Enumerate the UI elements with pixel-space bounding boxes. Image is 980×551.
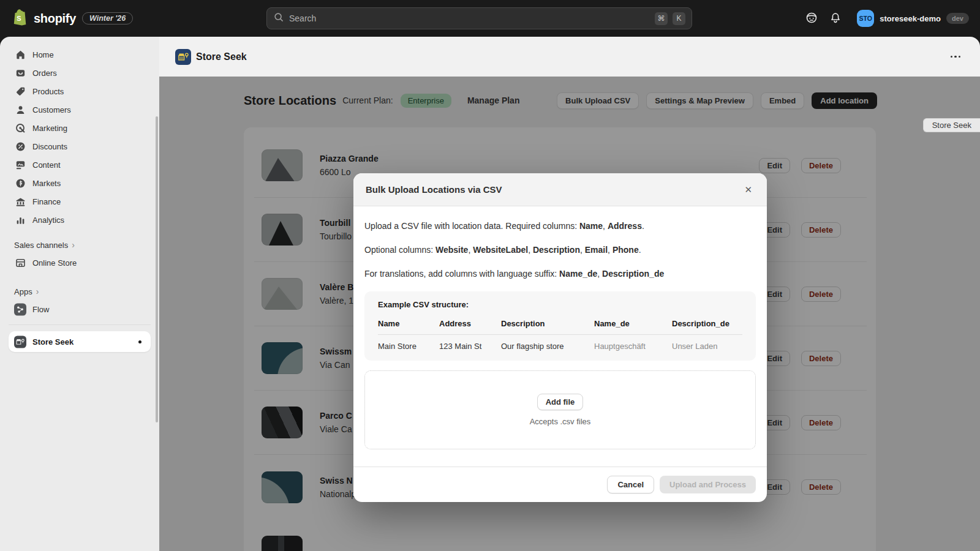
sidebar-section-sales-channels[interactable]: Sales channels › [9, 236, 151, 253]
required-columns-text: Upload a CSV file with location data. Re… [364, 220, 756, 232]
unread-dot [138, 340, 141, 343]
store-name: storeseek-demo [880, 14, 941, 23]
k-key-badge: K [673, 12, 685, 25]
chevron-right-icon: › [72, 240, 75, 250]
content-icon [14, 159, 26, 171]
sidebar-item-label: Orders [32, 69, 57, 78]
chevron-right-icon: › [36, 287, 39, 296]
sidebar-item-discounts[interactable]: Discounts [9, 137, 151, 156]
upload-process-button[interactable]: Upload and Process [660, 476, 756, 493]
sidebar-item-label: Customers [32, 105, 71, 114]
sidebar-item-label: Marketing [32, 124, 67, 133]
example-csv-box: Example CSV structure: NameAddressDescri… [364, 291, 756, 361]
sidebar-item-online-store[interactable]: Online Store [9, 253, 151, 272]
sidebar-item-customers[interactable]: Customers [9, 100, 151, 119]
csv-column-header: Name [378, 312, 439, 335]
account-menu[interactable]: STO storeseek-demo dev [857, 10, 969, 27]
app-title: Store Seek [196, 51, 247, 62]
modal-title: Bulk Upload Locations via CSV [366, 184, 502, 195]
csv-cell: Unser Laden [672, 335, 742, 351]
sidebar-item-markets[interactable]: Markets [9, 174, 151, 192]
modal-body: Upload a CSV file with location data. Re… [353, 206, 767, 449]
products-icon [14, 85, 26, 97]
shopify-bag-icon: S [12, 9, 28, 28]
sidebar-item-finance[interactable]: Finance [9, 192, 151, 211]
modal-footer: Cancel Upload and Process [353, 467, 767, 502]
orders-icon [14, 67, 26, 79]
cancel-button[interactable]: Cancel [607, 476, 654, 493]
search-input[interactable]: Search ⌘ K [266, 7, 692, 29]
brand-name: shopify [34, 12, 76, 26]
markets-icon [14, 177, 26, 189]
marketing-icon [14, 122, 26, 134]
close-icon[interactable]: ✕ [742, 182, 755, 198]
sidebar-section-apps[interactable]: Apps › [9, 283, 151, 300]
sidebar-item-label: Markets [32, 179, 61, 188]
finance-icon [14, 195, 26, 208]
customers-icon [14, 103, 26, 116]
dropzone-hint: Accepts .csv files [530, 417, 591, 426]
sidebar-item-label: Home [32, 50, 54, 59]
sidebar-item-label: Discounts [32, 142, 67, 151]
sidebar-divider [9, 324, 151, 325]
csv-cell: 123 Main St [439, 335, 501, 351]
csv-column-header: Description_de [672, 312, 742, 335]
store-seek-header-icon [175, 49, 191, 65]
analytics-icon [14, 214, 26, 226]
optional-columns-text: Optional columns: Website, WebsiteLabel,… [364, 244, 756, 256]
overflow-menu-icon[interactable] [947, 52, 965, 62]
sidebar-item-home[interactable]: Home [9, 45, 151, 64]
storefront-icon [14, 257, 26, 269]
csv-column-header: Address [439, 312, 501, 335]
modal-header: Bulk Upload Locations via CSV ✕ [353, 173, 767, 206]
sidebar-scrollbar[interactable] [156, 116, 158, 422]
search-icon [273, 12, 284, 25]
store-avatar: STO [857, 10, 874, 27]
env-badge: dev [946, 13, 969, 24]
sidebar-item-content[interactable]: Content [9, 156, 151, 174]
sidebar-item-store-seek[interactable]: Store Seek [9, 331, 151, 352]
discounts-icon [14, 140, 26, 152]
store-seek-app-icon [14, 335, 26, 348]
translations-text: For translations, add columns with langu… [364, 268, 756, 280]
sidekick-icon [804, 10, 819, 27]
sidebar-item-orders[interactable]: Orders [9, 64, 151, 82]
csv-cell: Our flagship store [501, 335, 594, 351]
shopify-logo[interactable]: S shopify Winter '26 [12, 0, 133, 37]
sidebar-item-flow[interactable]: Flow [9, 300, 151, 318]
topbar: S shopify Winter '26 Search ⌘ K [0, 0, 980, 37]
add-file-button[interactable]: Add file [537, 394, 584, 410]
sidebar-item-label: Finance [32, 197, 61, 206]
release-badge: Winter '26 [82, 12, 133, 24]
flow-app-icon [14, 303, 26, 315]
bulk-upload-modal: Bulk Upload Locations via CSV ✕ Upload a… [353, 173, 767, 502]
example-csv-label: Example CSV structure: [378, 300, 742, 309]
example-csv-table: NameAddressDescriptionName_deDescription… [378, 312, 742, 351]
sidebar: HomeOrdersProductsCustomersMarketingDisc… [0, 37, 159, 551]
svg-text:S: S [17, 15, 21, 22]
sidebar-item-products[interactable]: Products [9, 82, 151, 100]
sidebar-item-marketing[interactable]: Marketing [9, 119, 151, 137]
csv-cell: Main Store [378, 335, 439, 351]
csv-column-header: Name_de [594, 312, 672, 335]
app-header: Store Seek [159, 37, 980, 77]
search-placeholder: Search [289, 13, 650, 23]
bell-icon [829, 11, 842, 26]
csv-cell: Hauptgeschäft [594, 335, 672, 351]
sidekick-button[interactable] [804, 10, 819, 27]
file-dropzone[interactable]: Add file Accepts .csv files [364, 370, 756, 449]
cmd-key-badge: ⌘ [655, 12, 668, 25]
store-seek-side-tab[interactable]: Store Seek [923, 118, 980, 132]
notifications-button[interactable] [829, 11, 842, 26]
sidebar-item-label: Products [32, 87, 64, 96]
sidebar-item-analytics[interactable]: Analytics [9, 211, 151, 229]
sidebar-item-label: Analytics [32, 216, 64, 225]
csv-column-header: Description [501, 312, 594, 335]
sidebar-item-label: Content [32, 160, 61, 170]
home-icon [14, 48, 26, 61]
